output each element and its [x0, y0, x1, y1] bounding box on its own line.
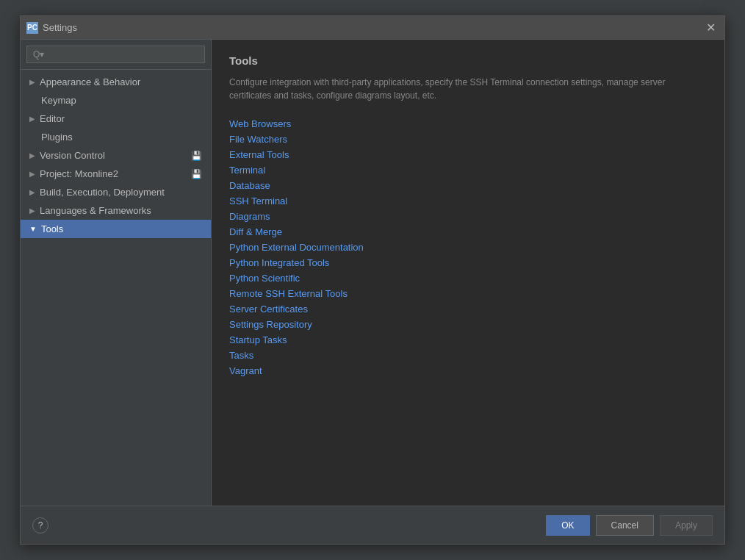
ok-button[interactable]: OK: [546, 515, 589, 536]
tools-link[interactable]: Web Browsers: [229, 117, 707, 131]
dialog-title: Settings: [43, 22, 703, 33]
search-bar: [21, 40, 211, 70]
main-content: Tools Configure integration with third-p…: [212, 40, 724, 506]
sidebar-item-label: Appearance & Behavior: [40, 76, 140, 87]
arrow-icon: ▶: [29, 207, 35, 215]
app-icon: PC: [26, 22, 38, 34]
help-button[interactable]: ?: [32, 517, 48, 534]
panel-title: Tools: [229, 54, 707, 67]
sidebar-item-label: Keymap: [41, 95, 76, 106]
close-button[interactable]: ✕: [703, 21, 719, 35]
bottom-right: OK Cancel Apply: [546, 515, 713, 536]
tools-link[interactable]: Terminal: [229, 163, 707, 177]
arrow-icon: ▶: [29, 170, 35, 178]
panel-description: Configure integration with third-party a…: [229, 76, 707, 102]
bottom-left: ?: [32, 517, 48, 534]
sidebar-item-keymap[interactable]: Keymap: [21, 91, 211, 110]
sidebar-item-languages[interactable]: ▶Languages & Frameworks: [21, 201, 211, 220]
settings-dialog: PC Settings ✕ ▶Appearance & BehaviorKeym…: [20, 15, 725, 545]
tools-link[interactable]: External Tools: [229, 148, 707, 162]
sidebar-item-label: Editor: [40, 113, 65, 124]
bottom-bar: ? OK Cancel Apply: [21, 506, 724, 544]
sidebar-item-label: Tools: [41, 223, 63, 234]
main-panel: Tools Configure integration with third-p…: [212, 40, 724, 506]
save-icon: 💾: [191, 169, 202, 179]
tools-link[interactable]: Python External Documentation: [229, 240, 707, 254]
tools-link[interactable]: Vagrant: [229, 364, 707, 378]
tools-link[interactable]: Settings Repository: [229, 317, 707, 331]
arrow-icon: ▼: [29, 225, 37, 233]
sidebar-item-version-control[interactable]: ▶Version Control💾: [21, 146, 211, 165]
sidebar-item-label: Project: Mxonline2: [40, 168, 118, 179]
sidebar: ▶Appearance & BehaviorKeymap▶EditorPlugi…: [21, 40, 212, 506]
content-area: ▶Appearance & BehaviorKeymap▶EditorPlugi…: [21, 40, 724, 506]
save-icon: 💾: [191, 151, 202, 161]
tools-link[interactable]: Startup Tasks: [229, 333, 707, 347]
sidebar-item-label: Build, Execution, Deployment: [40, 187, 165, 198]
tools-link[interactable]: Diagrams: [229, 209, 707, 223]
tools-link[interactable]: Server Certificates: [229, 302, 707, 316]
title-bar: PC Settings ✕: [21, 16, 724, 40]
arrow-icon: ▶: [29, 78, 35, 86]
tools-link[interactable]: SSH Terminal: [229, 194, 707, 208]
sidebar-item-tools[interactable]: ▼Tools: [21, 220, 211, 238]
tools-list: Web BrowsersFile WatchersExternal ToolsT…: [229, 117, 707, 378]
tools-link[interactable]: Python Scientific: [229, 271, 707, 285]
cancel-button[interactable]: Cancel: [596, 515, 654, 536]
sidebar-item-label: Languages & Frameworks: [40, 205, 151, 216]
tools-link[interactable]: Tasks: [229, 348, 707, 362]
arrow-icon: ▶: [29, 151, 35, 159]
sidebar-item-build[interactable]: ▶Build, Execution, Deployment: [21, 183, 211, 201]
sidebar-item-label: Version Control: [40, 150, 105, 161]
sidebar-item-appearance[interactable]: ▶Appearance & Behavior: [21, 73, 211, 91]
arrow-icon: ▶: [29, 115, 35, 123]
tools-link[interactable]: Python Integrated Tools: [229, 256, 707, 270]
sidebar-item-project[interactable]: ▶Project: Mxonline2💾: [21, 165, 211, 183]
apply-button[interactable]: Apply: [660, 515, 713, 536]
tools-link[interactable]: Remote SSH External Tools: [229, 287, 707, 301]
tools-link[interactable]: File Watchers: [229, 132, 707, 146]
tools-link[interactable]: Database: [229, 179, 707, 193]
sidebar-nav: ▶Appearance & BehaviorKeymap▶EditorPlugi…: [21, 70, 211, 506]
tools-link[interactable]: Diff & Merge: [229, 225, 707, 239]
sidebar-item-plugins[interactable]: Plugins: [21, 128, 211, 146]
arrow-icon: ▶: [29, 188, 35, 196]
sidebar-item-label: Plugins: [41, 132, 73, 143]
search-input[interactable]: [26, 46, 205, 63]
sidebar-item-editor[interactable]: ▶Editor: [21, 110, 211, 128]
